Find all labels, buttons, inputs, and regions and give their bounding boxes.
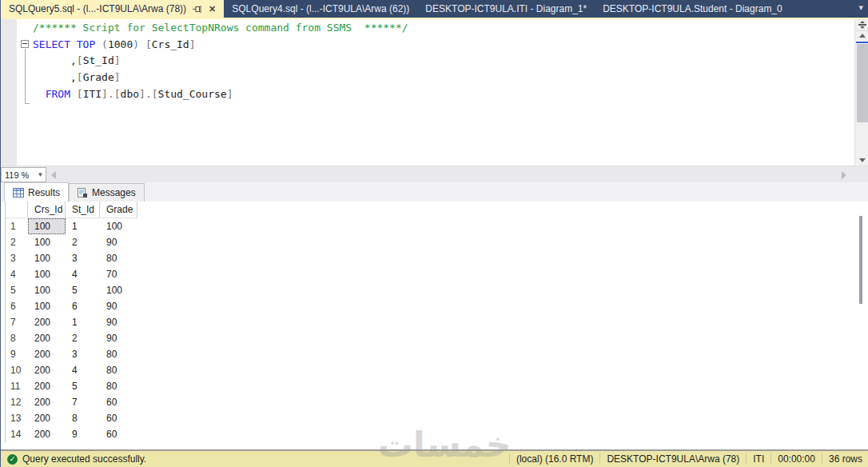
collapse-region-icon[interactable]	[21, 40, 29, 48]
grid-cell[interactable]: 100	[100, 282, 137, 298]
results-panel: Crs_IdSt_IdGrade110011002100290310038041…	[1, 202, 868, 451]
row-number[interactable]: 8	[6, 330, 28, 346]
vertical-scrollbar-thumb[interactable]	[857, 44, 868, 122]
zoom-dropdown-arrow-icon[interactable]: ▼	[35, 171, 46, 178]
grid-cell[interactable]: 200	[28, 346, 66, 362]
grid-cell[interactable]: 2	[66, 330, 100, 346]
row-number[interactable]: 2	[6, 234, 28, 250]
grid-cell[interactable]: 200	[28, 394, 66, 410]
row-number[interactable]: 5	[6, 282, 28, 298]
grid-cell[interactable]: 100	[28, 298, 66, 314]
sql-editor[interactable]: /****** Script for SelectTopNRows comman…	[1, 19, 868, 166]
row-number[interactable]: 3	[6, 250, 28, 266]
editor-splitter-handle[interactable]	[855, 19, 868, 31]
grid-cell[interactable]: 4	[66, 266, 100, 282]
row-number[interactable]: 1	[6, 218, 28, 234]
row-number[interactable]: 12	[6, 394, 28, 410]
grid-cell[interactable]: 200	[28, 378, 66, 394]
grid-cell[interactable]: 90	[100, 298, 137, 314]
grid-cell[interactable]: 200	[28, 362, 66, 378]
tab-list-chevron-icon[interactable]: ▾	[858, 2, 863, 13]
results-grid-icon	[13, 188, 24, 198]
grid-cell[interactable]: 200	[28, 330, 66, 346]
caret-position-marker	[856, 42, 868, 43]
grid-cell[interactable]: 3	[66, 346, 100, 362]
code-line: /****** Script for SelectTopNRows comman…	[33, 20, 832, 37]
grid-cell[interactable]: 100	[28, 218, 66, 234]
editor-vertical-scrollbar[interactable]	[854, 19, 868, 166]
row-number[interactable]: 4	[6, 266, 28, 282]
row-number[interactable]: 11	[6, 378, 28, 394]
grid-cell[interactable]: 200	[28, 314, 66, 330]
splitter-bar-icon	[858, 24, 866, 26]
column-header[interactable]: Grade	[100, 202, 137, 218]
grid-cell[interactable]: 4	[66, 362, 100, 378]
document-tab[interactable]: SQLQuery4.sql - (l...-ICT9ULA\Arwa (62))	[224, 0, 417, 18]
row-number[interactable]: 9	[6, 346, 28, 362]
grid-cell[interactable]: 9	[66, 426, 100, 442]
table-row: 2100290	[6, 234, 137, 250]
grid-cell[interactable]: 100	[28, 250, 66, 266]
grid-cell[interactable]: 100	[28, 266, 66, 282]
table-row: 13200860	[6, 410, 137, 426]
grid-cell[interactable]: 100	[28, 234, 66, 250]
editor-zoom-combo[interactable]: 119 % ▼	[1, 167, 46, 182]
grid-cell[interactable]: 5	[66, 282, 100, 298]
messages-doc-icon	[78, 188, 88, 198]
table-row: 3100380	[6, 250, 137, 266]
grid-cell[interactable]: 80	[100, 346, 137, 362]
grid-cell[interactable]: 2	[66, 234, 100, 250]
grid-cell[interactable]: 80	[100, 250, 137, 266]
pin-icon[interactable]	[193, 5, 202, 14]
grid-cell[interactable]: 100	[28, 282, 66, 298]
row-number[interactable]: 14	[6, 426, 28, 442]
scroll-left-arrow-icon[interactable]	[51, 171, 56, 179]
tab-results[interactable]: Results	[4, 182, 69, 202]
column-header[interactable]: Crs_Id	[28, 202, 66, 218]
outline-guide-line	[25, 49, 26, 103]
row-number[interactable]: 13	[6, 410, 28, 426]
results-tabstrip: Results Messages	[1, 182, 868, 202]
grid-cell[interactable]: 1	[66, 314, 100, 330]
table-row: 6100690	[6, 298, 137, 314]
status-duration: 00:00:00	[771, 453, 822, 465]
grid-cell[interactable]: 60	[100, 394, 137, 410]
document-tab[interactable]: DESKTOP-ICT9ULA.ITI - Diagram_1*	[417, 0, 595, 18]
row-number[interactable]: 10	[6, 362, 28, 378]
grid-cell[interactable]: 6	[66, 298, 100, 314]
splitter-up-arrow-icon	[860, 21, 865, 23]
grid-cell[interactable]: 80	[100, 362, 137, 378]
document-tabstrip: SQLQuery5.sql - (l...-ICT9ULA\Arwa (78))…	[1, 0, 868, 18]
table-row: 11001100	[6, 218, 137, 234]
grid-cell[interactable]: 90	[100, 234, 137, 250]
row-number[interactable]: 6	[6, 298, 28, 314]
document-tab[interactable]: DESKTOP-ICT9ULA.Student - Diagram_0	[595, 0, 790, 18]
grid-cell[interactable]: 60	[100, 410, 137, 426]
sql-code[interactable]: /****** Script for SelectTopNRows comman…	[1, 19, 832, 103]
document-tab[interactable]: SQLQuery5.sql - (l...-ICT9ULA\Arwa (78))…	[1, 0, 224, 18]
grid-cell[interactable]: 5	[66, 378, 100, 394]
grid-cell[interactable]: 1	[66, 218, 100, 234]
grid-cell[interactable]: 3	[66, 250, 100, 266]
grid-cell[interactable]: 200	[28, 426, 66, 442]
grid-cell[interactable]: 7	[66, 394, 100, 410]
scroll-up-arrow-icon[interactable]	[859, 34, 866, 38]
grid-cell[interactable]: 70	[100, 266, 137, 282]
scroll-right-arrow-icon[interactable]	[842, 171, 846, 179]
row-number[interactable]: 7	[6, 314, 28, 330]
scroll-down-arrow-icon[interactable]	[859, 158, 866, 162]
tab-messages[interactable]: Messages	[69, 183, 145, 202]
grid-cell[interactable]: 90	[100, 314, 137, 330]
grid-cell[interactable]: 80	[100, 378, 137, 394]
row-number-header[interactable]	[6, 202, 28, 218]
close-icon[interactable]: ✕	[209, 4, 216, 14]
grid-cell[interactable]: 8	[66, 410, 100, 426]
status-bar: ✓ Query executed successfully. (local) (…	[1, 451, 868, 467]
grid-cell[interactable]: 100	[100, 218, 137, 234]
grid-scrollbar-thumb[interactable]	[859, 216, 862, 304]
editor-horizontal-scrollbar[interactable]: 119 % ▼	[1, 166, 868, 182]
grid-cell[interactable]: 200	[28, 410, 66, 426]
grid-cell[interactable]: 90	[100, 330, 137, 346]
column-header[interactable]: St_Id	[66, 202, 100, 218]
grid-cell[interactable]: 60	[100, 426, 137, 442]
